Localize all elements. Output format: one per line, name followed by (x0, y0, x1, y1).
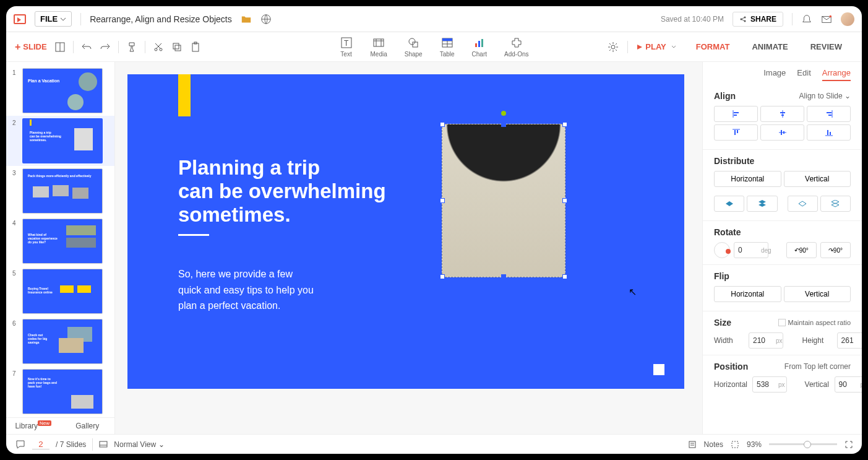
share-icon (739, 15, 747, 23)
distribute-horizontal[interactable]: Horizontal (714, 171, 781, 187)
slide-subtext[interactable]: So, here we provide a few quick and easy… (178, 266, 314, 314)
slide-thumb-6[interactable]: 6Check outcodes for bigsavings (6, 316, 114, 367)
send-back[interactable] (820, 196, 851, 212)
format-painter-icon[interactable] (126, 41, 137, 53)
copy-icon[interactable] (171, 41, 183, 53)
flip-horizontal[interactable]: Horizontal (714, 286, 781, 302)
align-center-h[interactable] (760, 106, 804, 122)
bring-forward[interactable] (714, 196, 744, 212)
pos-v-input[interactable] (835, 376, 862, 393)
resize-handle-br[interactable] (562, 274, 567, 279)
resize-handle-bm[interactable] (501, 274, 506, 279)
resize-handle-tr[interactable] (562, 122, 567, 127)
view-icon[interactable] (99, 440, 108, 449)
send-backward[interactable] (788, 196, 818, 212)
align-left[interactable] (714, 106, 758, 122)
svg-rect-16 (374, 39, 384, 46)
view-mode[interactable]: Normal View ⌄ (114, 440, 164, 449)
rotate-ccw-90[interactable]: ↶90° (786, 242, 817, 258)
insert-shape[interactable]: Shape (405, 36, 423, 58)
subtab-arrange[interactable]: Arrange (822, 68, 851, 81)
resize-handle-bl[interactable] (440, 274, 445, 279)
topbar: FILE Rearrange, Align and Resize Objects… (6, 6, 862, 32)
slide-thumb-5[interactable]: 5Buying TravelInsurance online (6, 266, 114, 316)
redo-icon[interactable] (100, 41, 111, 53)
align-to-slide[interactable]: Align to Slide ⌄ (799, 92, 851, 100)
insert-table[interactable]: Table (440, 36, 455, 58)
position-origin[interactable]: From Top left corner (784, 362, 851, 371)
selected-image[interactable] (442, 124, 565, 277)
subtab-image[interactable]: Image (763, 68, 786, 81)
rotate-handle[interactable] (501, 111, 506, 116)
app-icon[interactable] (14, 14, 26, 24)
separator (145, 41, 145, 53)
zoom-slider[interactable] (769, 443, 837, 445)
align-middle-v[interactable] (760, 124, 804, 141)
share-button[interactable]: SHARE (733, 12, 783, 27)
flip-vertical[interactable]: Vertical (784, 286, 851, 302)
slide-heading[interactable]: Planning a trip can be overwhelming some… (178, 156, 386, 227)
aspect-checkbox[interactable] (778, 319, 786, 326)
slide-thumb-1[interactable]: 1Plan a Vacation (6, 66, 114, 116)
globe-icon[interactable] (260, 14, 272, 25)
bell-icon[interactable] (801, 14, 812, 25)
document-title[interactable]: Rearrange, Align and Resize Objects (90, 14, 232, 24)
tab-format[interactable]: FORMAT (685, 33, 741, 60)
thumbnail-list[interactable]: 1Plan a Vacation 2Planning a tripcan be … (6, 62, 114, 417)
tab-animate[interactable]: ANIMATE (741, 33, 799, 60)
height-input[interactable] (837, 332, 862, 349)
align-right[interactable] (807, 106, 851, 122)
subtab-edit[interactable]: Edit (797, 68, 810, 81)
layout-icon[interactable] (54, 41, 66, 53)
file-menu[interactable]: FILE (35, 11, 72, 27)
tab-library[interactable]: LibraryNew (6, 418, 61, 434)
comment-icon[interactable] (15, 439, 26, 450)
svg-rect-29 (481, 39, 483, 47)
canvas[interactable]: Planning a trip can be overwhelming some… (115, 62, 702, 434)
size-title: Size (714, 318, 731, 328)
insert-chart[interactable]: Chart (472, 36, 487, 58)
user-avatar[interactable] (841, 12, 854, 26)
fit-icon[interactable] (731, 440, 739, 449)
undo-icon[interactable] (81, 41, 92, 53)
slide-thumb-2[interactable]: 2Planning a tripcan be overwhelmingsomet… (6, 116, 114, 166)
paste-icon[interactable] (190, 41, 201, 53)
mail-icon[interactable] (821, 14, 832, 25)
tab-gallery[interactable]: Gallery (61, 418, 115, 434)
slide-thumb-3[interactable]: 3Pack things more efficiently and effect… (6, 166, 114, 216)
slide-thumb-4[interactable]: 4What kind ofvacation experiencedo you l… (6, 216, 114, 266)
distribute-vertical[interactable]: Vertical (784, 171, 851, 187)
resize-handle-tl[interactable] (440, 122, 445, 127)
align-bottom[interactable] (807, 124, 851, 141)
resize-handle-tm[interactable] (501, 122, 506, 127)
new-slide-button[interactable]: + SLIDE (15, 41, 47, 53)
cut-icon[interactable] (153, 41, 164, 53)
notes-icon[interactable] (688, 440, 697, 449)
rotate-cw-90[interactable]: ↷90° (820, 242, 851, 258)
insert-text[interactable]: TText (340, 36, 353, 58)
svg-point-5 (830, 15, 832, 17)
save-status: Saved at 10:40 PM (661, 15, 724, 24)
svg-point-8 (155, 48, 157, 51)
resize-handle-ml[interactable] (440, 198, 445, 203)
rotate-knob[interactable] (714, 242, 730, 258)
slide-thumb-7[interactable]: 7Now it's time topack your bags andhave … (6, 367, 114, 417)
play-button[interactable]: PLAY (637, 42, 676, 51)
bring-front[interactable] (747, 196, 777, 212)
app-window: FILE Rearrange, Align and Resize Objects… (6, 6, 862, 454)
notes-label[interactable]: Notes (704, 440, 723, 449)
tab-review[interactable]: REVIEW (799, 33, 853, 60)
folder-icon[interactable] (241, 14, 252, 25)
svg-point-20 (409, 38, 415, 45)
gear-icon[interactable] (608, 41, 619, 53)
insert-media[interactable]: Media (371, 36, 387, 58)
align-top[interactable] (714, 124, 758, 141)
topbar-right: Saved at 10:40 PM SHARE (661, 12, 854, 27)
separator (627, 41, 628, 53)
fullscreen-icon[interactable] (844, 440, 853, 449)
slide-canvas[interactable]: Planning a trip can be overwhelming some… (127, 74, 684, 389)
insert-addons[interactable]: Add-Ons (504, 36, 528, 58)
share-label: SHARE (750, 15, 776, 24)
current-slide-input[interactable] (32, 440, 49, 449)
resize-handle-mr[interactable] (562, 198, 567, 203)
